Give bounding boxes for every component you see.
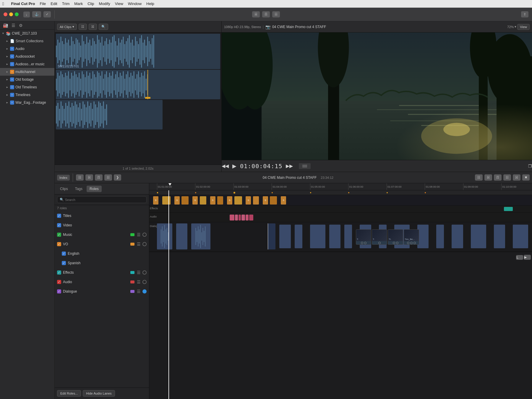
close-button[interactable] <box>4 12 7 16</box>
timeline-r-btn[interactable]: ▶ <box>524 255 531 260</box>
sidebar-item-audiosocket[interactable]: ► + Audiosocket <box>0 53 54 60</box>
timeline-tool-btn[interactable]: ❯ <box>114 174 121 181</box>
all-clips-dropdown[interactable]: All Clips ▾ <box>57 24 77 30</box>
keychain-button[interactable]: ⚓ <box>32 11 41 17</box>
clip-item-3[interactable] <box>56 100 163 129</box>
menu-file[interactable]: File <box>40 1 46 6</box>
search-btn[interactable]: 🔍 <box>99 24 108 30</box>
menu-trim[interactable]: Trim <box>62 1 70 6</box>
sidebar-item-smart-collections[interactable]: ► 📄 Smart Collections <box>0 37 54 45</box>
effects-lines-icon[interactable]: ☰ <box>137 270 141 275</box>
frame-back-button[interactable]: ◀◀ <box>222 163 229 169</box>
sidebar-photos-btn[interactable]: 🏭 <box>2 22 9 28</box>
audio-circle[interactable] <box>142 280 147 284</box>
clip-item-2[interactable] <box>56 70 220 99</box>
role-item-effects[interactable]: ✓ Effects ☰ <box>55 268 149 277</box>
audio-checkbox[interactable]: ✓ <box>57 280 61 284</box>
export-btn[interactable]: ⇧ <box>521 11 528 17</box>
zoom-button[interactable] <box>15 12 19 16</box>
role-item-video[interactable]: ✓ Video <box>55 220 149 230</box>
clip-item-sm110215t01[interactable]: // inline SVG bars not supported, use re… <box>56 34 220 69</box>
viewer-layout-btn[interactable]: ☶ <box>262 11 270 17</box>
audio-lines-icon[interactable]: ☰ <box>137 280 141 284</box>
timeline-roles-btn[interactable]: ☷ <box>104 174 112 181</box>
video-checkbox[interactable]: ✓ <box>57 223 61 227</box>
timeline-btn-c[interactable]: ☶ <box>494 174 502 181</box>
timeline-layout-btn2[interactable]: ☵ <box>85 174 93 181</box>
main-video-track[interactable]: S S S S S S <box>149 195 532 206</box>
role-item-music[interactable]: ✓ Music ☰ <box>55 230 149 239</box>
hide-audio-lanes-button[interactable]: Hide Audio Lanes <box>83 390 115 397</box>
titles-checkbox[interactable]: ✓ <box>57 214 61 218</box>
menu-mark[interactable]: Mark <box>74 1 83 6</box>
clip-thumb-ti[interactable]: Ti. <box>388 229 403 245</box>
effects-circle[interactable] <box>142 270 147 275</box>
clip-thumb-t[interactable]: T. <box>356 229 371 245</box>
vo-lines-icon[interactable]: ☰ <box>137 242 141 246</box>
timeline-btn-b[interactable]: ☵ <box>484 174 492 181</box>
timeline-btn-d[interactable]: ☷ <box>503 174 511 181</box>
timeline-btn-a[interactable]: ☷ <box>475 174 483 181</box>
timeline-layout-btn1[interactable]: ☷ <box>76 174 84 181</box>
fullscreen-button[interactable]: ❐ <box>528 164 532 168</box>
minimize-button[interactable] <box>9 12 13 16</box>
menu-help[interactable]: Help <box>146 1 154 6</box>
index-tab[interactable]: Index <box>57 175 70 181</box>
edit-roles-button[interactable]: Edit Roles... <box>57 390 81 397</box>
spanish-checkbox[interactable]: ✓ <box>62 261 66 265</box>
browser-layout-btn[interactable]: ☵ <box>252 11 260 17</box>
vo-circle[interactable] <box>142 242 147 246</box>
role-item-spanish[interactable]: ✓ Spanish <box>55 258 149 268</box>
clip-thumb-t2[interactable]: T. <box>372 229 387 245</box>
clip-appearance-btn[interactable]: ☷ <box>79 24 87 30</box>
music-lines-icon[interactable]: ☰ <box>137 232 141 237</box>
sidebar-item-multichannel[interactable]: ► + multichannel <box>0 68 54 76</box>
dialogue-lines-icon[interactable]: ☰ <box>137 289 141 294</box>
viewer-image-area[interactable] <box>222 33 532 160</box>
sidebar-item-audio[interactable]: ► + Audio <box>0 45 54 53</box>
frame-forward-button[interactable]: ▶▶ <box>286 163 293 169</box>
timeline-btn-e[interactable]: ☵ <box>513 174 520 181</box>
effects-track[interactable]: Effects <box>149 206 532 213</box>
search-input[interactable] <box>65 198 144 202</box>
timeline-btn-f[interactable]: ✖ <box>522 174 530 181</box>
sidebar-list-btn[interactable]: ☰ <box>10 22 17 28</box>
tab-roles[interactable]: Roles <box>87 186 102 192</box>
tab-tags[interactable]: Tags <box>72 186 85 192</box>
view-button[interactable]: View <box>517 24 530 30</box>
menu-edit[interactable]: Edit <box>51 1 57 6</box>
back-button[interactable]: ↓ <box>23 12 30 17</box>
menu-window[interactable]: Window <box>128 1 142 6</box>
audio-track[interactable]: Audio <box>149 213 532 222</box>
sync-button[interactable]: ✓ <box>43 11 51 17</box>
dialogue-checkbox[interactable]: ✓ <box>57 289 61 293</box>
timeline-layout-btn3[interactable]: ☶ <box>95 174 103 181</box>
search-box[interactable]: 🔍 <box>57 196 147 203</box>
sidebar-item-timelines[interactable]: ► + Timelines <box>0 91 54 99</box>
sidebar-add-btn[interactable]: ⚙ <box>18 22 24 28</box>
sidebar-item-old-footage[interactable]: ► + Old footage <box>0 76 54 83</box>
menu-view[interactable]: View <box>115 1 123 6</box>
vo-checkbox[interactable]: ✓ <box>57 242 61 246</box>
timeline-l-btn[interactable]: L <box>516 255 523 260</box>
menu-clip[interactable]: Clip <box>87 1 94 6</box>
role-item-vo[interactable]: ✓ VO ☰ <box>55 239 149 249</box>
role-item-audio[interactable]: ✓ Audio ☰ <box>55 277 149 287</box>
sidebar-item-war-footage[interactable]: ► + War_Eag...Footage <box>0 99 54 106</box>
dialogue-track[interactable]: Dialogue <box>149 222 532 252</box>
sidebar-item-library[interactable]: ▼ 📚 CWE_2017.103 <box>0 30 54 37</box>
english-checkbox[interactable]: ✓ <box>62 252 66 256</box>
sidebar-item-audiosoer-music[interactable]: ► + Audioso...er music <box>0 60 54 68</box>
inspector-btn[interactable]: ☷ <box>272 11 280 17</box>
music-checkbox[interactable]: ✓ <box>57 233 61 237</box>
clip-thumb-timbe[interactable]: Tim_Be... <box>404 229 419 245</box>
sidebar-item-old-timelines[interactable]: ► + Old Timelines <box>0 83 54 91</box>
tracks-container[interactable]: S S S S S S <box>149 190 532 399</box>
app-name[interactable]: Final Cut Pro <box>11 1 35 6</box>
dialogue-circle[interactable] <box>142 289 147 293</box>
apple-menu[interactable]:  <box>2 1 4 6</box>
play-button[interactable]: ▶ <box>232 163 236 169</box>
effects-checkbox[interactable]: ✓ <box>57 270 61 275</box>
music-circle[interactable] <box>142 233 147 237</box>
tab-clips[interactable]: Clips <box>57 186 71 192</box>
